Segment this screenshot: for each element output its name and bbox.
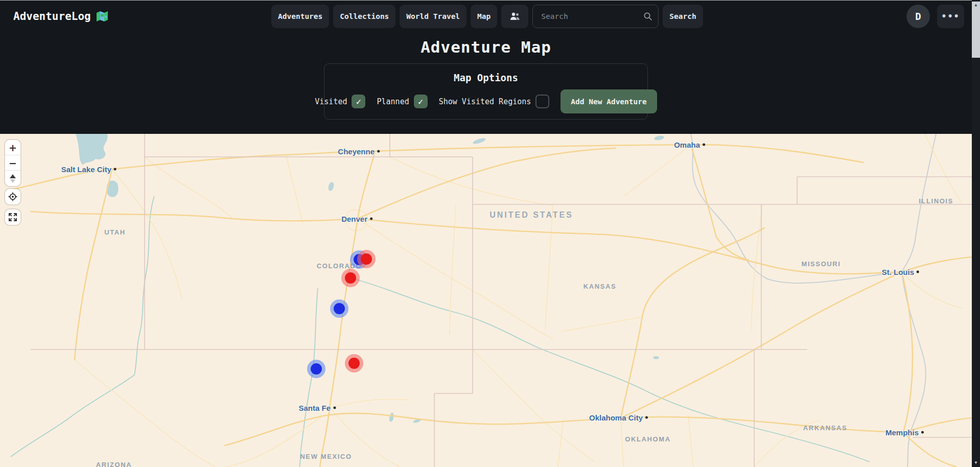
city-name: Oklahoma City — [589, 413, 643, 422]
city-name: Cheyenne — [338, 147, 375, 156]
city-dot-icon — [921, 431, 924, 434]
geolocate-icon — [8, 192, 17, 201]
city-name: Denver — [341, 215, 367, 223]
brand-logo[interactable]: AdventureLog — [13, 0, 108, 33]
adventure-marker-planned[interactable] — [334, 303, 345, 314]
navbar: AdventureLog AdventuresCollectionsWorld … — [0, 0, 980, 33]
city-dot-icon — [114, 168, 116, 171]
state-label-arkansas: ARKANSAS — [803, 424, 847, 432]
nav-menu: AdventuresCollectionsWorld TravelMap Sea… — [271, 5, 703, 28]
major-roads — [10, 145, 972, 467]
map-artwork — [0, 134, 972, 467]
country-label-united-states: UNITED STATES — [489, 211, 573, 220]
city-name: Omaha — [674, 141, 700, 149]
state-borders — [31, 134, 972, 467]
adventure-marker-visited[interactable] — [345, 272, 356, 284]
city-dot-icon — [703, 144, 705, 146]
vertical-scrollbar[interactable]: ▲ ▼ — [972, 0, 980, 467]
checked-checkbox[interactable]: ✓ — [414, 95, 428, 108]
state-label-oklahoma: OKLAHOMA — [625, 435, 670, 443]
search-input[interactable] — [532, 5, 659, 28]
minor-roads — [75, 134, 962, 467]
city-name: St. Louis — [882, 268, 914, 276]
city-label-santa-fe: Santa Fe — [298, 404, 336, 412]
scroll-up-arrow-icon[interactable]: ▲ — [972, 3, 980, 7]
adventure-marker-visited[interactable] — [361, 253, 372, 265]
map-options-title: Map Options — [324, 72, 647, 83]
state-label-new-mexico: NEW MEXICO — [300, 453, 352, 460]
map-emoji-icon — [96, 11, 108, 22]
window-top-edge — [0, 0, 980, 1]
add-new-adventure-button[interactable]: Add New Adventure — [561, 89, 657, 113]
city-label-memphis: Memphis — [885, 428, 924, 437]
city-name: Santa Fe — [298, 404, 331, 412]
checked-checkbox[interactable]: ✓ — [352, 95, 365, 108]
nav-item-collections[interactable]: Collections — [333, 5, 395, 28]
city-dot-icon — [645, 416, 648, 419]
city-dot-icon — [333, 407, 336, 409]
zoom-out-button[interactable]: − — [5, 155, 20, 171]
adventure-marker-visited[interactable] — [348, 358, 360, 369]
fullscreen-button[interactable] — [5, 209, 20, 225]
page-title: Adventure Map — [0, 38, 972, 56]
scroll-down-arrow-icon[interactable]: ▼ — [972, 460, 980, 465]
map-options-row: Visited✓Planned✓Show Visited Regions Add… — [324, 89, 647, 113]
map-zoom-controls: + − — [5, 140, 20, 186]
pitch-up-icon — [10, 174, 16, 178]
city-dot-icon — [917, 271, 919, 273]
toggle-label: Visited — [315, 97, 347, 106]
nav-items: AdventuresCollectionsWorld TravelMap — [271, 5, 497, 28]
lakes — [76, 134, 665, 424]
avatar[interactable]: D — [906, 5, 930, 28]
state-label-kansas: KANSAS — [584, 283, 617, 290]
toggle-planned[interactable]: Planned✓ — [377, 95, 427, 108]
city-dot-icon — [370, 218, 372, 220]
toggle-label: Planned — [377, 97, 409, 106]
toggle-visited[interactable]: Visited✓ — [315, 95, 365, 108]
scrollbar-thumb[interactable] — [972, 2, 980, 58]
city-label-oklahoma-city: Oklahoma City — [589, 413, 648, 422]
geolocate-button[interactable] — [5, 189, 20, 204]
users-icon — [510, 12, 520, 21]
state-label-illinois: ILLINOIS — [919, 197, 953, 205]
compass-pitch-button[interactable] — [5, 171, 20, 186]
city-label-st-louis: St. Louis — [882, 268, 919, 276]
state-label-missouri: MISSOURI — [801, 260, 841, 268]
adventure-marker-planned[interactable] — [311, 363, 322, 375]
search-wrap — [532, 5, 659, 28]
more-menu-button[interactable]: ••• — [937, 5, 964, 28]
toggles: Visited✓Planned✓Show Visited Regions — [315, 95, 549, 108]
map-options-card: Map Options Visited✓Planned✓Show Visited… — [324, 63, 648, 120]
city-label-omaha: Omaha — [674, 141, 705, 149]
city-name: Memphis — [885, 428, 919, 437]
fullscreen-icon — [8, 213, 17, 222]
geolocate-control — [5, 189, 20, 204]
rivers-teal — [11, 196, 870, 467]
toggle-show-visited-regions[interactable]: Show Visited Regions — [439, 95, 550, 108]
unchecked-checkbox[interactable] — [535, 95, 549, 108]
city-label-salt-lake-city: Salt Lake City — [61, 165, 116, 174]
city-label-denver: Denver — [341, 215, 372, 223]
nav-item-map[interactable]: Map — [471, 5, 497, 28]
zoom-in-button[interactable]: + — [5, 140, 20, 155]
state-label-arizona: ARIZONA — [96, 461, 132, 467]
rivers-gray — [691, 134, 936, 467]
shared-users-button[interactable] — [501, 5, 528, 28]
pitch-down-icon — [10, 179, 15, 183]
city-name: Salt Lake City — [61, 165, 111, 174]
state-label-utah: UTAH — [104, 228, 126, 236]
nav-right: D ••• — [906, 5, 964, 28]
city-label-cheyenne: Cheyenne — [338, 147, 380, 156]
city-dot-icon — [377, 150, 380, 153]
adventure-map[interactable]: UNITED STATESUTAHCOLORADOKANSASMISSOURII… — [0, 134, 972, 467]
nav-item-adventures[interactable]: Adventures — [271, 5, 329, 28]
nav-item-world-travel[interactable]: World Travel — [400, 5, 466, 28]
fullscreen-control — [5, 209, 20, 225]
search-button[interactable]: Search — [663, 5, 703, 28]
toggle-label: Show Visited Regions — [439, 97, 531, 106]
page-content: Adventure Map Map Options Visited✓Planne… — [0, 38, 972, 120]
brand-text: AdventureLog — [13, 10, 91, 22]
